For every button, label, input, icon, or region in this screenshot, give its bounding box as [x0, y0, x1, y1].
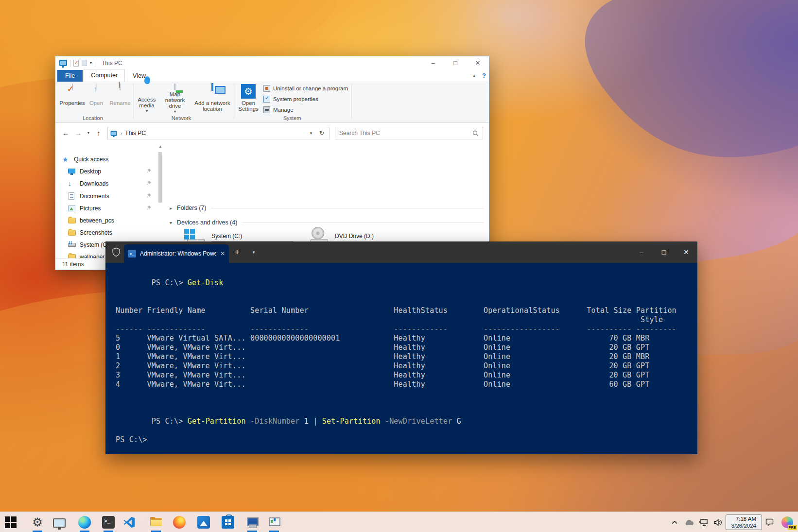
group-label-location: Location: [64, 115, 122, 121]
help-icon[interactable]: ?: [482, 72, 486, 79]
chevron-right-icon[interactable]: ▸: [170, 206, 172, 211]
breadcrumb-location[interactable]: This PC: [125, 130, 146, 137]
network-icon[interactable]: [696, 512, 711, 532]
customize-qat-chevron-icon[interactable]: ▾: [90, 61, 92, 65]
manage-button[interactable]: Manage: [263, 106, 294, 113]
maximize-button[interactable]: □: [444, 56, 467, 69]
tray-chevron-up-icon[interactable]: [667, 512, 682, 532]
sidebar-item-quick-access[interactable]: ★ Quick access: [55, 154, 157, 165]
getdisk-table-row: 2 VMware, VMware Virt... Healthy Online …: [116, 361, 697, 371]
sidebar-item-desktop[interactable]: Desktop: [55, 166, 157, 177]
system-tray: 7:18 AM 3/26/2024 PRE: [667, 512, 798, 532]
forward-button[interactable]: →: [72, 127, 85, 139]
recent-locations-chevron[interactable]: ▾: [85, 127, 92, 139]
start-button[interactable]: [0, 512, 21, 532]
photos-icon: [197, 516, 210, 529]
open-settings-button[interactable]: ⚙ Open Settings: [236, 84, 261, 114]
tab-file[interactable]: File: [57, 70, 83, 82]
search-icon[interactable]: [472, 130, 479, 137]
rename-button[interactable]: Rename: [108, 84, 132, 114]
open-button[interactable]: Open: [85, 84, 107, 114]
notification-center-icon[interactable]: [762, 512, 777, 532]
folder-icon: [68, 229, 76, 237]
copilot-pre-badge: PRE: [788, 525, 797, 530]
map-network-drive-button[interactable]: Map network drive ▾: [160, 84, 190, 114]
explorer-titlebar[interactable]: ▾ This PC – □ ✕: [55, 56, 489, 69]
section-devices-and-drives[interactable]: ▾ Devices and drives (4): [170, 219, 484, 226]
powershell-icon: >_: [128, 250, 136, 257]
sidebar-item-documents[interactable]: Documents: [55, 190, 157, 202]
system-properties-button[interactable]: System properties: [263, 96, 318, 103]
taskbar-vscode[interactable]: [119, 512, 140, 532]
speaker-icon[interactable]: [711, 512, 726, 532]
minimize-ribbon-icon[interactable]: ▲: [472, 73, 476, 78]
getdisk-table-divider: ------ ------------- ------------- -----…: [116, 325, 697, 334]
terminal-tab[interactable]: >_ Administrator: Windows Powe ✕: [124, 244, 229, 263]
add-network-location-button[interactable]: Add a network location: [192, 84, 233, 114]
terminal-prompt[interactable]: PS C:\>: [116, 435, 697, 445]
sidebar-scrollbar[interactable]: ▲: [158, 144, 163, 258]
maximize-button[interactable]: □: [653, 241, 675, 263]
sidebar-item-pictures[interactable]: Pictures: [55, 203, 157, 214]
address-bar[interactable]: › This PC ▾ ↻: [107, 127, 330, 139]
sidebar-item-between-pcs[interactable]: between_pcs: [55, 215, 157, 226]
copilot-icon: PRE: [781, 516, 793, 528]
taskbar-clock[interactable]: 7:18 AM 3/26/2024: [726, 515, 762, 530]
tab-dropdown-chevron[interactable]: ▾: [245, 241, 262, 263]
minimize-button[interactable]: –: [422, 56, 444, 69]
minimize-button[interactable]: –: [630, 241, 653, 263]
uninstall-program-button[interactable]: Uninstall or change a program: [263, 85, 348, 92]
ribbon: Properties Open Rename Access media ▾ Ma…: [55, 82, 489, 123]
refresh-icon[interactable]: ↻: [316, 128, 327, 138]
up-button[interactable]: ↑: [92, 127, 105, 139]
desktop-icon: [68, 168, 76, 175]
item-count: 11 items: [62, 261, 84, 268]
new-folder-qat-icon[interactable]: [82, 60, 87, 66]
back-button[interactable]: ←: [59, 127, 72, 139]
sidebar-item-downloads[interactable]: ↓ Downloads: [55, 178, 157, 189]
taskbar-computer-management[interactable]: [242, 512, 263, 532]
explorer-body: ★ Quick access Desktop ↓ Downloads Docum…: [55, 142, 489, 258]
chevron-down-icon[interactable]: ▾: [170, 220, 172, 225]
access-media-button[interactable]: Access media ▾: [135, 84, 159, 114]
taskbar-system-display[interactable]: [49, 512, 70, 532]
manage-icon: [263, 106, 270, 113]
onedrive-cloud-icon[interactable]: [682, 512, 696, 532]
taskbar-photos[interactable]: [193, 512, 214, 532]
taskbar-settings[interactable]: ⚙: [27, 512, 48, 532]
getdisk-table-header: Number Friendly Name Serial Number Healt…: [116, 306, 697, 315]
properties-button[interactable]: Properties: [60, 84, 84, 114]
getdisk-table-header2: Style: [116, 315, 697, 325]
new-tab-button[interactable]: +: [229, 241, 245, 263]
terminal-content[interactable]: PS C:\> Get-Disk Number Friendly Name Se…: [105, 263, 697, 454]
taskbar-firefox[interactable]: [169, 512, 190, 532]
close-button[interactable]: ✕: [675, 241, 697, 263]
document-icon: [68, 192, 76, 200]
section-folders[interactable]: ▸ Folders (7): [170, 205, 484, 211]
taskbar-file-explorer[interactable]: [145, 512, 167, 532]
rename-icon: [120, 84, 121, 90]
properties-icon: [72, 84, 73, 90]
properties-qat-icon[interactable]: [73, 60, 79, 67]
pin-icon: [146, 205, 152, 211]
terminal-icon: >_: [102, 516, 115, 529]
search-input[interactable]: [339, 130, 472, 137]
scroll-up-icon[interactable]: ▲: [158, 144, 163, 149]
store-icon: [222, 516, 234, 529]
copilot-button[interactable]: PRE: [777, 512, 798, 532]
file-explorer-window: ▾ This PC – □ ✕ File Computer View ▲ ? P…: [55, 56, 489, 270]
sidebar-item-screenshots[interactable]: Screenshots: [55, 227, 157, 239]
scrollbar-thumb[interactable]: [158, 152, 162, 203]
taskbar-performance-monitor[interactable]: [263, 512, 285, 532]
terminal-titlebar[interactable]: >_ Administrator: Windows Powe ✕ + ▾ – □…: [105, 241, 697, 263]
taskbar-terminal[interactable]: >_: [98, 512, 119, 532]
getdisk-table-row: 3 VMware, VMware Virt... Healthy Online …: [116, 371, 697, 380]
search-box[interactable]: [335, 127, 483, 139]
taskbar-store[interactable]: [217, 512, 239, 532]
breadcrumb-chevron-icon: ›: [121, 131, 122, 136]
address-dropdown-chevron[interactable]: ▾: [306, 128, 316, 138]
tab-close-icon[interactable]: ✕: [220, 250, 225, 257]
close-button[interactable]: ✕: [467, 56, 489, 69]
terminal-line: PS C:\> Get-Disk: [116, 269, 697, 297]
taskbar-edge[interactable]: [74, 512, 95, 532]
